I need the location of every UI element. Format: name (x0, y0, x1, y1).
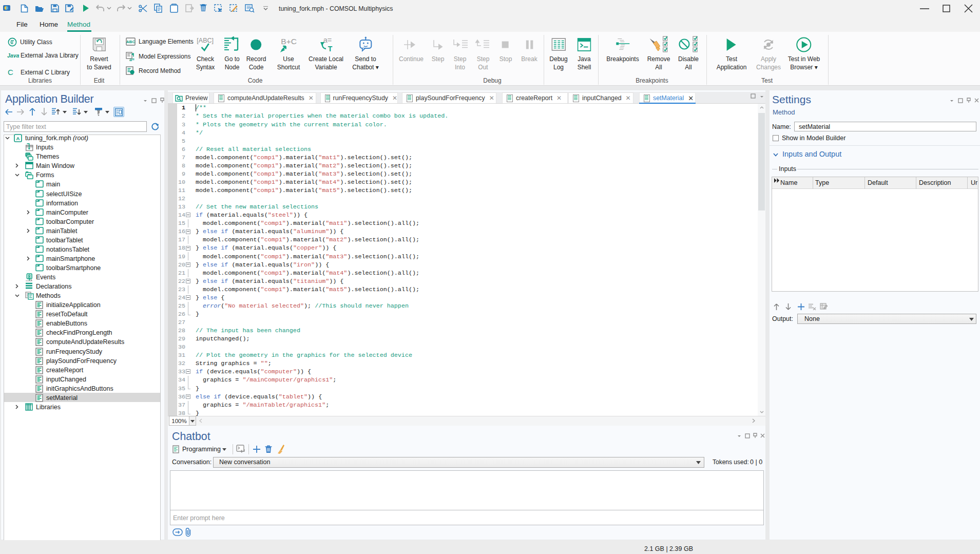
svg-text:A: A (16, 136, 20, 141)
svg-text:a=: a= (129, 57, 134, 62)
svg-text:ABC: ABC (126, 40, 136, 44)
svg-text:[ABC]: [ABC] (197, 37, 214, 44)
svg-text:T: T (328, 45, 333, 53)
svg-text:a=: a= (323, 36, 332, 44)
svg-text:B+C: B+C (281, 37, 297, 46)
